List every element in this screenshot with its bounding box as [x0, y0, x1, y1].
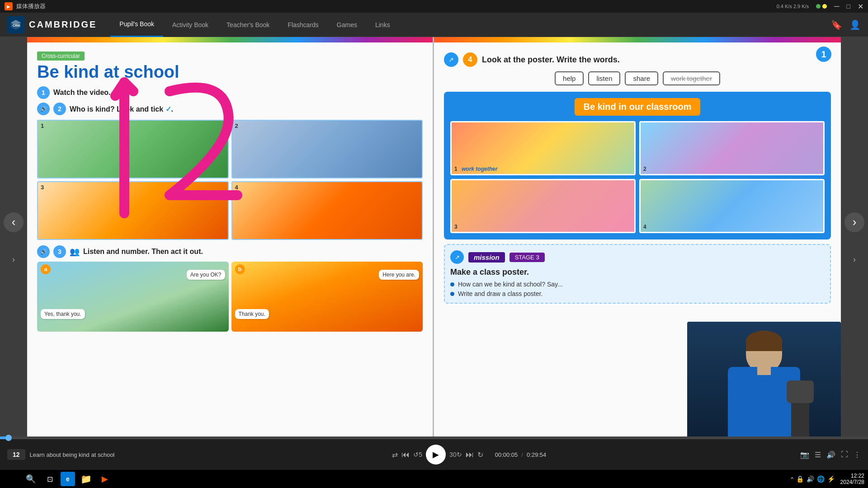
activity1-num: 1: [37, 86, 50, 99]
share-icon-circle: ↗: [444, 52, 458, 67]
left-book-page: Cross-curricular Be kind at school 1 Wat…: [27, 37, 434, 439]
photo-2: 2: [231, 120, 423, 178]
rewind-5-button[interactable]: ↺5: [413, 451, 422, 458]
cross-curricular-badge: Cross-curricular: [37, 52, 85, 61]
sub-arrow-right[interactable]: ›: [853, 255, 856, 264]
fullscreen-button[interactable]: ⛶: [841, 450, 848, 459]
activity2-num: 2: [53, 103, 66, 115]
mission-title: Make a class poster.: [450, 267, 825, 277]
next-button[interactable]: ⏭: [466, 450, 474, 460]
bookmark-button[interactable]: 🔖: [831, 19, 842, 30]
more-button[interactable]: ⋮: [854, 450, 861, 459]
logo-text: CAMBRIDGE: [29, 19, 97, 30]
sub-arrow-left[interactable]: ›: [12, 255, 15, 264]
start-button[interactable]: ⊞: [4, 471, 20, 487]
player-bar: 12 Learn about being kind at school ⇄ ⏮ …: [0, 439, 868, 470]
activity3-num: 3: [53, 245, 66, 258]
nav-tabs: Pupil's Book Activity Book Teacher's Boo…: [110, 13, 399, 37]
activity3-text: Listen and number. Then act it out.: [83, 248, 203, 256]
svg-text:CAM: CAM: [13, 24, 20, 27]
poster-photo-4: 4: [639, 179, 825, 233]
word-share: share: [625, 71, 658, 85]
poster-area: Be kind in our classroom 1 work together…: [444, 92, 831, 239]
right-book-page: 1 ↗ 4 Look at the poster. Write the word…: [434, 37, 841, 439]
play-button[interactable]: ▶: [426, 445, 446, 465]
person-pair-icon: 👥: [70, 247, 80, 257]
search-button[interactable]: 🔍: [23, 471, 39, 487]
mission-section: ↗ mission STAGE 3 Make a class poster. H…: [444, 244, 831, 304]
taskview-button[interactable]: ⊡: [42, 471, 58, 487]
mission-bullet-2: Write and draw a class poster.: [458, 290, 542, 297]
tab-pupils-book[interactable]: Pupil's Book: [110, 13, 163, 37]
progress-bar-container[interactable]: [0, 436, 868, 439]
forward-30-button[interactable]: 30↻: [449, 451, 462, 458]
minimize-button[interactable]: ─: [834, 2, 839, 10]
volume-button[interactable]: 🔊: [826, 450, 835, 459]
time-current: 00:00:05: [495, 451, 518, 458]
dialogue-a: a Are you OK? Yes, thank you.: [37, 262, 229, 332]
speaker-icon-3: 🔊: [37, 245, 50, 258]
tab-flashcards[interactable]: Flashcards: [278, 13, 327, 37]
word-work-together: work together: [663, 71, 720, 85]
next-page-button[interactable]: ›: [844, 212, 864, 232]
right-nav: › ›: [841, 37, 868, 439]
system-tray: ^ 🔒 🔊 🌐 ⚡: [791, 475, 835, 483]
page-title: Be kind at school: [37, 62, 423, 82]
page-number-badge: 1: [815, 45, 833, 63]
playlist-button[interactable]: ☰: [815, 450, 821, 459]
left-nav: ‹ ›: [0, 37, 27, 439]
page-indicator: 12: [7, 449, 25, 460]
edge-button[interactable]: e: [61, 472, 75, 486]
dialogue-b: b Here you are. Thank you.: [231, 262, 423, 332]
close-button[interactable]: ✕: [858, 2, 863, 11]
explorer-button[interactable]: 📁: [78, 471, 94, 487]
prev-button[interactable]: ⏮: [401, 450, 410, 460]
webcam-overlay: [687, 322, 841, 439]
poster-photo-1: 1 work together: [450, 121, 636, 175]
stage-badge: STAGE 3: [509, 253, 545, 262]
poster-photo-3: 3: [450, 179, 636, 233]
media-button[interactable]: ▶: [97, 471, 113, 487]
network-stats: 0.4 K/s 2.9 K/s: [777, 4, 809, 9]
cambridge-logo: CAM CAMBRIDGE: [7, 16, 97, 33]
photo-3: 3: [37, 181, 229, 240]
loop-button[interactable]: ↻: [477, 450, 483, 459]
poster-title: Be kind in our classroom: [575, 98, 701, 116]
screenshot-button[interactable]: 📷: [800, 450, 809, 459]
user-button[interactable]: 👤: [849, 19, 861, 30]
activity2-text: Who is kind? Look and tick ✓.: [70, 105, 173, 113]
word-listen: listen: [588, 71, 620, 85]
tab-activity-book[interactable]: Activity Book: [163, 13, 217, 37]
photo-1: 1: [37, 120, 229, 178]
poster-photo-2: 2: [639, 121, 825, 175]
dot-yellow: [822, 4, 827, 9]
dot-green: [816, 4, 821, 9]
shuffle-button[interactable]: ⇄: [392, 450, 398, 459]
time-total: 0:29:54: [527, 451, 546, 458]
prev-page-button[interactable]: ‹: [4, 212, 24, 232]
maximize-button[interactable]: □: [847, 3, 850, 10]
mission-badge: mission: [468, 252, 505, 263]
tab-teachers-book[interactable]: Teacher's Book: [217, 13, 278, 37]
tab-games[interactable]: Games: [328, 13, 366, 37]
taskbar: ⊞ 🔍 ⊡ e 📁 ▶ ^ 🔒 🔊 🌐 ⚡ 12:22 2024/7/28: [0, 470, 868, 488]
mission-bullet-1: How can we be kind at school? Say...: [458, 281, 563, 288]
share-icon-mission: ↗: [450, 250, 464, 264]
word-help: help: [555, 71, 584, 85]
app-title: 媒体播放器: [16, 2, 46, 10]
photo-4: 4: [231, 181, 423, 240]
activity4-text: Look at the poster. Write the words.: [482, 55, 620, 65]
progress-fill: [0, 436, 9, 439]
speaker-icon-2: 🔊: [37, 103, 50, 115]
activity1-text: Watch the video.: [53, 89, 111, 97]
app-icon: ▶: [5, 2, 13, 10]
tab-links[interactable]: Links: [366, 13, 399, 37]
activity4-num: 4: [463, 52, 477, 67]
clock: 12:22 2024/7/28: [840, 473, 864, 485]
page-info-text: Learn about being kind at school: [30, 451, 138, 458]
